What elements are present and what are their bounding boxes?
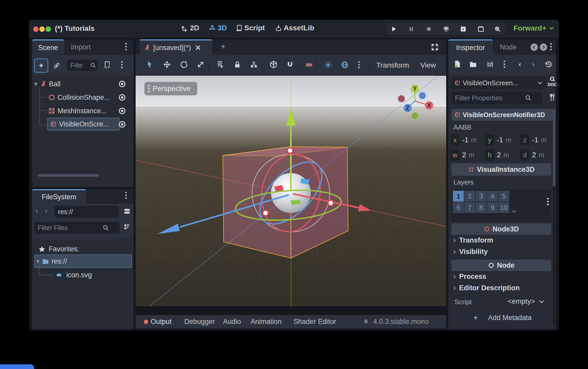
close-tab-icon[interactable] <box>195 45 201 51</box>
minimize-window-button[interactable] <box>39 26 45 32</box>
fs-filter-box[interactable] <box>34 222 120 234</box>
file-row-icon-svg[interactable]: icon.svg <box>55 268 127 281</box>
new-resource-icon[interactable] <box>453 60 462 68</box>
group-icon[interactable] <box>249 60 258 69</box>
fs-forward-button[interactable]: › <box>45 207 47 215</box>
layers-property-label[interactable]: Layers <box>453 178 474 186</box>
new-scene-tab-button[interactable]: + <box>221 42 225 51</box>
zoom-window-button[interactable] <box>46 26 51 32</box>
perspective-menu[interactable]: Perspective <box>144 82 197 95</box>
res-folder-row[interactable]: ▾ res:// <box>34 254 132 268</box>
sort-files-icon[interactable] <box>123 223 130 231</box>
inspector-filter-input[interactable] <box>451 92 525 104</box>
layer-2[interactable]: 2 <box>464 191 475 202</box>
attach-script-icon[interactable] <box>103 61 111 69</box>
tree-row-meshinstance[interactable]: MeshInstance... <box>48 104 117 118</box>
instance-scene-icon[interactable] <box>53 62 61 69</box>
tree-row-ball[interactable]: ▾ Ball <box>34 77 117 91</box>
object-history-icon[interactable] <box>545 60 553 68</box>
collapse-icon[interactable]: ▾ <box>34 80 38 88</box>
gizmo-handle-dot[interactable] <box>287 148 293 153</box>
list-select-icon[interactable] <box>216 60 225 69</box>
play-button[interactable] <box>390 26 397 32</box>
edited-object-dropdown[interactable]: VisibleOnScreen... <box>451 77 546 89</box>
add-metadata-button[interactable]: + Add Metadata <box>455 311 550 324</box>
scene-dock-menu-icon[interactable] <box>125 43 127 50</box>
move-mode-icon[interactable] <box>163 60 171 69</box>
layer-4[interactable]: 4 <box>487 191 498 202</box>
inspector-extra-menu-icon[interactable] <box>504 61 505 68</box>
tree-row-visibleonscreennotifier[interactable]: VisibleOnScre... <box>47 118 120 131</box>
layers-menu-icon[interactable] <box>547 198 549 205</box>
rotate-mode-icon[interactable] <box>180 60 188 69</box>
pause-button[interactable] <box>408 26 415 32</box>
inspector-dock-menu-icon[interactable] <box>550 43 552 50</box>
axis-neg-y[interactable] <box>411 112 418 119</box>
movie-maker-button[interactable] <box>494 25 501 33</box>
play-remote-button[interactable] <box>443 25 450 33</box>
aabb-w-field[interactable]: w 2 m <box>450 149 474 161</box>
history-next-object[interactable]: › <box>532 60 534 68</box>
split-view-icon[interactable] <box>123 207 131 215</box>
visibility-toggle[interactable] <box>118 80 126 88</box>
bottom-tab-shader-editor[interactable]: Shader Editor <box>293 318 336 326</box>
category-node[interactable]: Node <box>451 260 551 271</box>
environment-globe-icon[interactable] <box>341 61 349 69</box>
tab-node[interactable]: Node <box>495 39 521 55</box>
property-tools-icon[interactable] <box>548 93 556 102</box>
category-node3d[interactable]: Node3D <box>451 223 551 235</box>
open-docs-icon[interactable]: DOC <box>547 76 558 87</box>
expand-viewport-icon[interactable] <box>431 43 439 51</box>
layers-expand-chevron-icon[interactable] <box>511 208 517 215</box>
section-editor-description[interactable]: Editor Description <box>452 284 520 292</box>
tab-inspector[interactable]: Inspector <box>448 39 493 55</box>
tab-import[interactable]: Import <box>67 39 94 55</box>
mode-3d-button[interactable]: 3D <box>208 24 227 32</box>
aabb-y-field[interactable]: y -1 m <box>485 134 511 146</box>
gizmo-cube-icon[interactable] <box>269 60 278 69</box>
renderer-dropdown[interactable]: Forward+ <box>513 24 555 32</box>
section-transform[interactable]: Transform <box>452 236 493 244</box>
script-editor-button[interactable]: Script <box>236 24 265 32</box>
add-node-button[interactable]: + <box>34 59 48 73</box>
fs-filter-input[interactable] <box>34 222 102 234</box>
visibility-toggle[interactable] <box>118 93 126 102</box>
layer-7[interactable]: 7 <box>464 202 475 213</box>
category-visualinstance3d[interactable]: VisualInstance3D <box>451 163 551 176</box>
tab-unsaved-scene[interactable]: [unsaved](*) <box>140 39 212 55</box>
bottom-tab-output[interactable]: Output <box>151 318 172 326</box>
inspector-scrollbar-thumb[interactable] <box>553 109 555 187</box>
layer-6[interactable]: 6 <box>453 202 464 213</box>
fs-path-box[interactable] <box>54 206 119 218</box>
aabb-x-field[interactable]: x -1 m <box>450 134 477 146</box>
axis-neg-z[interactable] <box>419 92 426 99</box>
aabb-section-label[interactable]: AABB <box>453 123 471 131</box>
view-menu[interactable]: View <box>420 61 436 69</box>
history-back-icon[interactable] <box>531 44 538 51</box>
snap-magnet-icon[interactable] <box>286 60 295 69</box>
assetlib-button[interactable]: AssetLib <box>275 24 314 32</box>
scene-tree-hscrollbar[interactable] <box>38 174 99 177</box>
mode-2d-button[interactable]: 2D <box>181 24 199 32</box>
scene-filter-input[interactable] <box>67 60 90 71</box>
bottom-tab-audio[interactable]: Audio <box>223 318 241 326</box>
script-property-label[interactable]: Script <box>454 298 472 306</box>
axis-neg-x[interactable] <box>398 95 405 102</box>
sun-icon[interactable] <box>324 61 332 69</box>
scene-tree-menu-icon[interactable] <box>121 61 123 68</box>
aabb-z-field[interactable]: z -1 m <box>520 134 547 146</box>
section-visibility[interactable]: Visibility <box>452 248 488 256</box>
gizmo-handle-dot[interactable] <box>263 210 268 216</box>
script-value-dropdown[interactable]: <empty> <box>508 297 545 306</box>
save-icon[interactable] <box>486 60 494 68</box>
transform-menu[interactable]: Transform <box>376 61 409 69</box>
visibility-toggle[interactable] <box>118 107 126 115</box>
fs-path-input[interactable] <box>54 206 119 218</box>
play-scene-button[interactable] <box>460 25 467 33</box>
scale-mode-icon[interactable] <box>196 60 205 69</box>
inspector-filter-box[interactable] <box>451 92 542 104</box>
section-process[interactable]: Process <box>452 273 486 281</box>
lock-icon[interactable] <box>233 60 242 69</box>
visibility-toggle[interactable] <box>118 120 126 129</box>
collapse-icon[interactable]: ▾ <box>36 257 40 265</box>
